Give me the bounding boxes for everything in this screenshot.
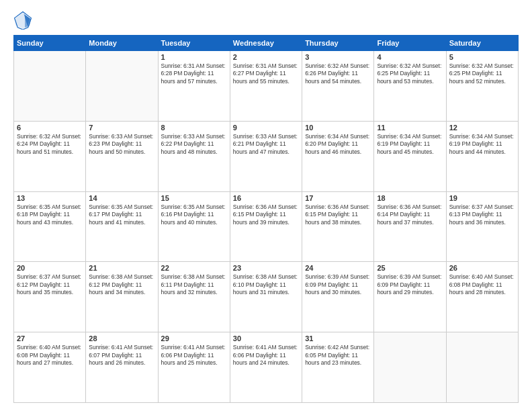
day-number: 10 <box>305 124 371 132</box>
day-cell: 11Sunrise: 6:34 AM Sunset: 6:19 PM Dayli… <box>374 121 446 191</box>
day-cell: 7Sunrise: 6:33 AM Sunset: 6:23 PM Daylig… <box>86 121 158 191</box>
day-number: 26 <box>449 264 515 272</box>
day-info: Sunrise: 6:34 AM Sunset: 6:19 PM Dayligh… <box>377 133 443 156</box>
day-cell: 13Sunrise: 6:35 AM Sunset: 6:18 PM Dayli… <box>14 191 86 262</box>
week-row-1: 1Sunrise: 6:31 AM Sunset: 6:28 PM Daylig… <box>14 51 519 122</box>
day-info: Sunrise: 6:41 AM Sunset: 6:06 PM Dayligh… <box>161 344 227 367</box>
day-cell: 14Sunrise: 6:35 AM Sunset: 6:17 PM Dayli… <box>86 191 158 262</box>
day-cell: 30Sunrise: 6:41 AM Sunset: 6:06 PM Dayli… <box>230 332 302 403</box>
day-number: 27 <box>17 334 83 342</box>
day-number: 9 <box>233 124 299 132</box>
day-info: Sunrise: 6:42 AM Sunset: 6:05 PM Dayligh… <box>305 344 371 367</box>
day-number: 18 <box>377 194 443 202</box>
day-number: 1 <box>161 53 227 61</box>
calendar-header-row: SundayMondayTuesdayWednesdayThursdayFrid… <box>14 36 519 51</box>
calendar-table: SundayMondayTuesdayWednesdayThursdayFrid… <box>13 35 519 403</box>
day-info: Sunrise: 6:41 AM Sunset: 6:06 PM Dayligh… <box>233 344 299 367</box>
day-cell: 16Sunrise: 6:36 AM Sunset: 6:15 PM Dayli… <box>230 191 302 262</box>
week-row-5: 27Sunrise: 6:40 AM Sunset: 6:08 PM Dayli… <box>14 332 519 403</box>
day-number: 5 <box>449 53 515 61</box>
day-number: 19 <box>449 194 515 202</box>
day-number: 14 <box>89 194 154 202</box>
day-cell: 29Sunrise: 6:41 AM Sunset: 6:06 PM Dayli… <box>158 332 230 403</box>
logo <box>13 11 35 30</box>
header-wednesday: Wednesday <box>230 36 302 51</box>
day-info: Sunrise: 6:34 AM Sunset: 6:20 PM Dayligh… <box>305 133 371 156</box>
day-info: Sunrise: 6:36 AM Sunset: 6:15 PM Dayligh… <box>305 203 371 226</box>
day-cell: 22Sunrise: 6:38 AM Sunset: 6:11 PM Dayli… <box>158 262 230 332</box>
day-cell: 27Sunrise: 6:40 AM Sunset: 6:08 PM Dayli… <box>14 332 86 403</box>
header-tuesday: Tuesday <box>158 36 230 51</box>
day-cell: 12Sunrise: 6:34 AM Sunset: 6:19 PM Dayli… <box>446 121 518 191</box>
day-number: 30 <box>233 334 299 342</box>
day-cell: 23Sunrise: 6:38 AM Sunset: 6:10 PM Dayli… <box>230 262 302 332</box>
day-cell: 21Sunrise: 6:38 AM Sunset: 6:12 PM Dayli… <box>86 262 158 332</box>
day-number: 11 <box>377 124 443 132</box>
day-number: 29 <box>161 334 227 342</box>
week-row-3: 13Sunrise: 6:35 AM Sunset: 6:18 PM Dayli… <box>14 191 519 262</box>
day-info: Sunrise: 6:32 AM Sunset: 6:25 PM Dayligh… <box>449 62 515 85</box>
day-info: Sunrise: 6:32 AM Sunset: 6:24 PM Dayligh… <box>17 133 83 156</box>
header-friday: Friday <box>374 36 446 51</box>
day-number: 12 <box>449 124 515 132</box>
day-number: 20 <box>17 264 83 272</box>
day-cell <box>374 332 446 403</box>
day-cell: 6Sunrise: 6:32 AM Sunset: 6:24 PM Daylig… <box>14 121 86 191</box>
day-info: Sunrise: 6:39 AM Sunset: 6:09 PM Dayligh… <box>377 273 443 296</box>
day-info: Sunrise: 6:41 AM Sunset: 6:07 PM Dayligh… <box>89 344 154 367</box>
week-row-4: 20Sunrise: 6:37 AM Sunset: 6:12 PM Dayli… <box>14 262 519 332</box>
day-info: Sunrise: 6:32 AM Sunset: 6:26 PM Dayligh… <box>305 62 371 85</box>
day-info: Sunrise: 6:35 AM Sunset: 6:16 PM Dayligh… <box>161 203 227 226</box>
day-cell: 3Sunrise: 6:32 AM Sunset: 6:26 PM Daylig… <box>302 51 374 122</box>
day-cell: 17Sunrise: 6:36 AM Sunset: 6:15 PM Dayli… <box>302 191 374 262</box>
day-cell: 20Sunrise: 6:37 AM Sunset: 6:12 PM Dayli… <box>14 262 86 332</box>
day-cell: 28Sunrise: 6:41 AM Sunset: 6:07 PM Dayli… <box>86 332 158 403</box>
day-cell: 31Sunrise: 6:42 AM Sunset: 6:05 PM Dayli… <box>302 332 374 403</box>
header <box>13 11 519 30</box>
day-cell: 4Sunrise: 6:32 AM Sunset: 6:25 PM Daylig… <box>374 51 446 122</box>
day-cell: 25Sunrise: 6:39 AM Sunset: 6:09 PM Dayli… <box>374 262 446 332</box>
day-info: Sunrise: 6:34 AM Sunset: 6:19 PM Dayligh… <box>449 133 515 156</box>
day-number: 2 <box>233 53 299 61</box>
day-number: 23 <box>233 264 299 272</box>
day-cell: 18Sunrise: 6:36 AM Sunset: 6:14 PM Dayli… <box>374 191 446 262</box>
header-thursday: Thursday <box>302 36 374 51</box>
day-info: Sunrise: 6:31 AM Sunset: 6:27 PM Dayligh… <box>233 62 299 85</box>
day-info: Sunrise: 6:32 AM Sunset: 6:25 PM Dayligh… <box>377 62 443 85</box>
day-number: 24 <box>305 264 371 272</box>
header-monday: Monday <box>86 36 158 51</box>
day-number: 13 <box>17 194 83 202</box>
day-cell: 9Sunrise: 6:33 AM Sunset: 6:21 PM Daylig… <box>230 121 302 191</box>
day-cell: 10Sunrise: 6:34 AM Sunset: 6:20 PM Dayli… <box>302 121 374 191</box>
day-info: Sunrise: 6:37 AM Sunset: 6:13 PM Dayligh… <box>449 203 515 226</box>
day-info: Sunrise: 6:35 AM Sunset: 6:17 PM Dayligh… <box>89 203 154 226</box>
day-number: 8 <box>161 124 227 132</box>
day-cell: 5Sunrise: 6:32 AM Sunset: 6:25 PM Daylig… <box>446 51 518 122</box>
day-cell: 15Sunrise: 6:35 AM Sunset: 6:16 PM Dayli… <box>158 191 230 262</box>
page: SundayMondayTuesdayWednesdayThursdayFrid… <box>0 0 532 411</box>
day-cell: 19Sunrise: 6:37 AM Sunset: 6:13 PM Dayli… <box>446 191 518 262</box>
day-info: Sunrise: 6:33 AM Sunset: 6:23 PM Dayligh… <box>89 133 154 156</box>
day-cell <box>446 332 518 403</box>
day-number: 6 <box>17 124 83 132</box>
day-info: Sunrise: 6:33 AM Sunset: 6:22 PM Dayligh… <box>161 133 227 156</box>
day-number: 22 <box>161 264 227 272</box>
day-cell: 1Sunrise: 6:31 AM Sunset: 6:28 PM Daylig… <box>158 51 230 122</box>
day-cell: 24Sunrise: 6:39 AM Sunset: 6:09 PM Dayli… <box>302 262 374 332</box>
logo-icon <box>13 11 32 30</box>
day-number: 21 <box>89 264 154 272</box>
day-number: 3 <box>305 53 371 61</box>
day-cell <box>86 51 158 122</box>
day-number: 25 <box>377 264 443 272</box>
day-info: Sunrise: 6:35 AM Sunset: 6:18 PM Dayligh… <box>17 203 83 226</box>
day-info: Sunrise: 6:38 AM Sunset: 6:10 PM Dayligh… <box>233 273 299 296</box>
day-number: 15 <box>161 194 227 202</box>
day-info: Sunrise: 6:40 AM Sunset: 6:08 PM Dayligh… <box>449 273 515 296</box>
day-number: 28 <box>89 334 154 342</box>
day-info: Sunrise: 6:38 AM Sunset: 6:12 PM Dayligh… <box>89 273 154 296</box>
week-row-2: 6Sunrise: 6:32 AM Sunset: 6:24 PM Daylig… <box>14 121 519 191</box>
day-info: Sunrise: 6:36 AM Sunset: 6:14 PM Dayligh… <box>377 203 443 226</box>
day-number: 7 <box>89 124 154 132</box>
day-info: Sunrise: 6:33 AM Sunset: 6:21 PM Dayligh… <box>233 133 299 156</box>
day-cell: 26Sunrise: 6:40 AM Sunset: 6:08 PM Dayli… <box>446 262 518 332</box>
